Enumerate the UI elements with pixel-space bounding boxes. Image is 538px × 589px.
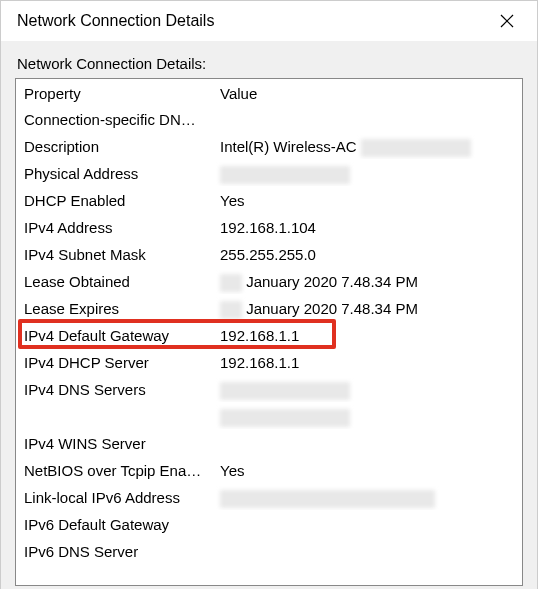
- property-cell: [16, 405, 212, 429]
- value-cell: Yes: [212, 459, 522, 483]
- value-cell: [212, 432, 522, 456]
- table-row[interactable]: Lease Obtained January 2020 7.48.34 PM: [16, 268, 522, 295]
- details-listview[interactable]: Property Value Connection-specific DNS .…: [15, 78, 523, 586]
- table-row[interactable]: NetBIOS over Tcpip Enab...Yes: [16, 457, 522, 484]
- value-text: 192.168.1.1: [220, 354, 299, 371]
- table-row[interactable]: IPv6 DNS Server: [16, 538, 522, 565]
- table-row[interactable]: IPv4 WINS Server: [16, 430, 522, 457]
- value-cell: January 2020 7.48.34 PM: [212, 270, 522, 294]
- value-cell: [212, 378, 522, 402]
- value-cell: Yes: [212, 189, 522, 213]
- value-text: January 2020 7.48.34 PM: [246, 300, 418, 317]
- value-cell: January 2020 7.48.34 PM: [212, 297, 522, 321]
- property-cell: Physical Address: [16, 162, 212, 186]
- table-row[interactable]: Lease Expires January 2020 7.48.34 PM: [16, 295, 522, 322]
- value-text: January 2020 7.48.34 PM: [246, 273, 418, 290]
- property-cell: Description: [16, 135, 212, 159]
- close-icon: [500, 14, 514, 28]
- value-text: Yes: [220, 462, 244, 479]
- header-property[interactable]: Property: [16, 83, 212, 104]
- listview-header: Property Value: [16, 79, 522, 106]
- table-row[interactable]: Connection-specific DNS ...: [16, 106, 522, 133]
- redacted-value: [220, 409, 350, 427]
- property-cell: IPv4 Address: [16, 216, 212, 240]
- property-cell: IPv4 WINS Server: [16, 432, 212, 456]
- listview-rows: Connection-specific DNS ...DescriptionIn…: [16, 106, 522, 565]
- redacted-value: [220, 274, 242, 292]
- property-cell: DHCP Enabled: [16, 189, 212, 213]
- property-cell: NetBIOS over Tcpip Enab...: [16, 459, 212, 483]
- value-text: Yes: [220, 192, 244, 209]
- redacted-value: [220, 382, 350, 400]
- value-cell: 192.168.1.1: [212, 351, 522, 375]
- value-cell: [212, 513, 522, 537]
- property-cell: IPv6 Default Gateway: [16, 513, 212, 537]
- value-cell: [212, 405, 522, 429]
- value-text: 192.168.1.1: [220, 327, 299, 344]
- table-row[interactable]: [16, 403, 522, 430]
- value-cell: [212, 162, 522, 186]
- property-cell: IPv4 Default Gateway: [16, 324, 212, 348]
- table-row[interactable]: IPv4 Default Gateway192.168.1.1: [16, 322, 522, 349]
- redacted-value: [220, 301, 242, 319]
- titlebar: Network Connection Details: [1, 1, 537, 41]
- value-cell: 192.168.1.1: [212, 324, 522, 348]
- property-cell: Connection-specific DNS ...: [16, 108, 212, 132]
- redacted-value: [361, 139, 471, 157]
- property-cell: Link-local IPv6 Address: [16, 486, 212, 510]
- property-cell: IPv4 Subnet Mask: [16, 243, 212, 267]
- table-row[interactable]: IPv6 Default Gateway: [16, 511, 522, 538]
- table-row[interactable]: IPv4 DHCP Server192.168.1.1: [16, 349, 522, 376]
- value-cell: [212, 540, 522, 564]
- value-cell: [212, 108, 522, 132]
- table-row[interactable]: IPv4 DNS Servers: [16, 376, 522, 403]
- property-cell: IPv4 DNS Servers: [16, 378, 212, 402]
- redacted-value: [220, 490, 435, 508]
- value-cell: [212, 486, 522, 510]
- value-text: 192.168.1.104: [220, 219, 316, 236]
- property-cell: Lease Expires: [16, 297, 212, 321]
- value-cell: 255.255.255.0: [212, 243, 522, 267]
- table-row[interactable]: Physical Address: [16, 160, 522, 187]
- table-row[interactable]: Link-local IPv6 Address: [16, 484, 522, 511]
- close-button[interactable]: [489, 6, 525, 36]
- table-row[interactable]: DHCP EnabledYes: [16, 187, 522, 214]
- window-frame: Network Connection Details Network Conne…: [0, 0, 538, 589]
- redacted-value: [220, 166, 350, 184]
- property-cell: IPv4 DHCP Server: [16, 351, 212, 375]
- table-row[interactable]: DescriptionIntel(R) Wireless-AC: [16, 133, 522, 160]
- window-title: Network Connection Details: [17, 12, 214, 30]
- property-cell: IPv6 DNS Server: [16, 540, 212, 564]
- table-row[interactable]: IPv4 Subnet Mask255.255.255.0: [16, 241, 522, 268]
- value-text: Intel(R) Wireless-AC: [220, 138, 357, 155]
- details-label: Network Connection Details:: [15, 49, 523, 78]
- content-area: Network Connection Details: Property Val…: [1, 41, 537, 589]
- property-cell: Lease Obtained: [16, 270, 212, 294]
- value-text: 255.255.255.0: [220, 246, 316, 263]
- header-value[interactable]: Value: [212, 83, 522, 104]
- table-row[interactable]: IPv4 Address192.168.1.104: [16, 214, 522, 241]
- value-cell: Intel(R) Wireless-AC: [212, 135, 522, 159]
- value-cell: 192.168.1.104: [212, 216, 522, 240]
